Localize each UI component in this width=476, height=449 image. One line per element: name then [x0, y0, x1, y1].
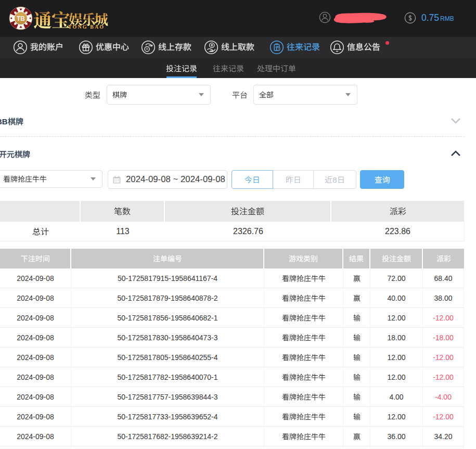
svg-text:TONG BAO: TONG BAO: [68, 24, 105, 30]
svg-text:TB: TB: [17, 15, 25, 22]
